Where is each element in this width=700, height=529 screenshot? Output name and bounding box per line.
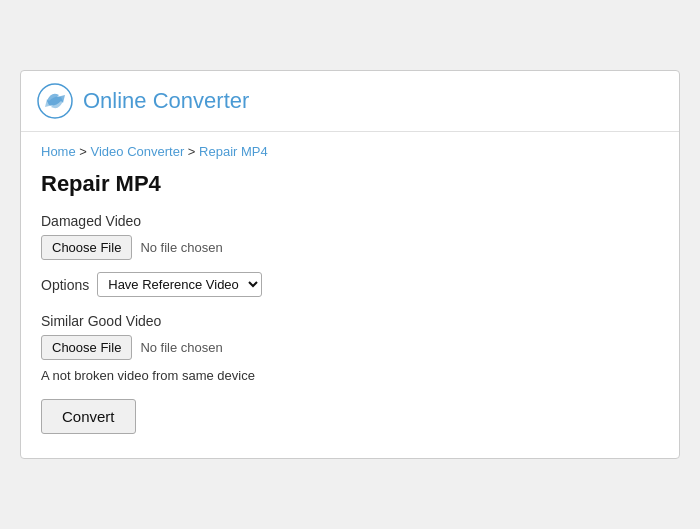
options-row: Options Have Reference Video No Referenc… (41, 272, 659, 297)
options-select[interactable]: Have Reference Video No Reference Video (97, 272, 262, 297)
breadcrumb-home[interactable]: Home (41, 144, 76, 159)
content-area: Home > Video Converter > Repair MP4 Repa… (21, 132, 679, 458)
breadcrumb: Home > Video Converter > Repair MP4 (41, 144, 659, 159)
page-title: Repair MP4 (41, 171, 659, 197)
damaged-video-choose-file-button[interactable]: Choose File (41, 235, 132, 260)
similar-video-label: Similar Good Video (41, 313, 659, 329)
convert-button[interactable]: Convert (41, 399, 136, 434)
breadcrumb-sep1: > (76, 144, 91, 159)
header: Online Converter (21, 71, 679, 132)
breadcrumb-current[interactable]: Repair MP4 (199, 144, 268, 159)
options-label: Options (41, 277, 89, 293)
similar-video-hint: A not broken video from same device (41, 368, 659, 383)
similar-video-no-file-text: No file chosen (140, 340, 222, 355)
damaged-video-no-file-text: No file chosen (140, 240, 222, 255)
similar-video-file-row: Choose File No file chosen (41, 335, 659, 360)
breadcrumb-video-converter[interactable]: Video Converter (91, 144, 185, 159)
header-title: Online Converter (83, 88, 249, 114)
similar-video-choose-file-button[interactable]: Choose File (41, 335, 132, 360)
main-window: Online Converter Home > Video Converter … (20, 70, 680, 459)
breadcrumb-sep2: > (184, 144, 199, 159)
damaged-video-label: Damaged Video (41, 213, 659, 229)
logo-icon (37, 83, 73, 119)
damaged-video-file-row: Choose File No file chosen (41, 235, 659, 260)
